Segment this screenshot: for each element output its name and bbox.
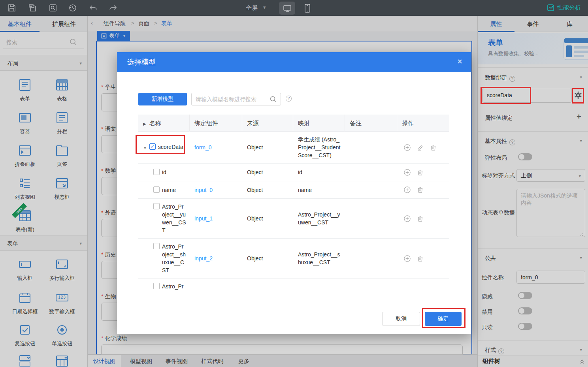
add-field-icon[interactable] [403,186,411,194]
delete-icon[interactable] [416,186,424,194]
bound-component-link[interactable]: input_2 [194,255,213,262]
delete-icon[interactable] [430,144,437,151]
row-checkbox[interactable] [153,186,160,193]
table-body: ▼ ✓ scoreData form_0 Object 学生成绩 (Astro_… [138,132,449,291]
edit-icon[interactable] [416,144,424,151]
search-icon [270,96,277,103]
row-checkbox[interactable] [153,203,160,209]
bound-component-link[interactable]: form_0 [194,144,212,151]
bound-component-link[interactable]: input_0 [194,187,213,193]
table-row-waiyu: Astro_Project__waiyu__CST input_3 Object… [138,279,449,291]
delete-icon[interactable] [416,169,424,176]
row-checkbox[interactable] [153,283,160,289]
row-checkbox[interactable] [153,169,160,175]
add-model-button[interactable]: 新增模型 [138,93,187,105]
table-row-yuwen: Astro_Project__yuwen__CST input_1 Object… [138,199,449,239]
dialog-title: 选择模型 [127,57,156,67]
add-field-icon[interactable] [403,169,411,176]
caret-down-icon[interactable]: ▼ [143,144,147,152]
delete-icon[interactable] [416,215,424,222]
model-table: ▶名称 绑定组件 来源 映射 备注 操作 ▼ ✓ scoreData form_… [138,115,449,291]
row-checkbox-checked[interactable]: ✓ [149,143,156,150]
add-field-icon[interactable] [403,215,411,222]
add-field-icon[interactable] [403,144,411,151]
add-field-icon[interactable] [403,255,411,262]
cancel-button[interactable]: 取消 [382,312,420,326]
app-root: 全屏 ▾ 性能分析 基本组件 扩展组件 布局 ▾ 表单 表格 [0,0,588,367]
select-model-dialog: 选择模型 × 新增模型 ? ▶名称 绑定组件 来源 映射 备注 操作 ▼ ✓ [117,52,471,334]
bound-component-link[interactable]: input_1 [194,215,213,222]
caret-right-icon[interactable]: ▶ [143,122,146,126]
dialog-header: 选择模型 × [117,52,471,72]
model-search-input[interactable] [191,93,281,105]
confirm-button[interactable]: 确定 [425,312,462,326]
delete-icon[interactable] [416,255,424,262]
row-checkbox[interactable] [153,243,160,249]
close-icon[interactable]: × [457,56,462,67]
table-row-id: id Object id [138,164,449,181]
table-row-scoredata: ▼ ✓ scoreData form_0 Object 学生成绩 (Astro_… [138,132,449,164]
table-row-name: name input_0 Object name [138,181,449,199]
table-row-shuxue: Astro_Project__shuxue__CST input_2 Objec… [138,239,449,279]
table-header-row: ▶名称 绑定组件 来源 映射 备注 操作 [138,115,449,132]
help-icon[interactable]: ? [286,96,292,102]
